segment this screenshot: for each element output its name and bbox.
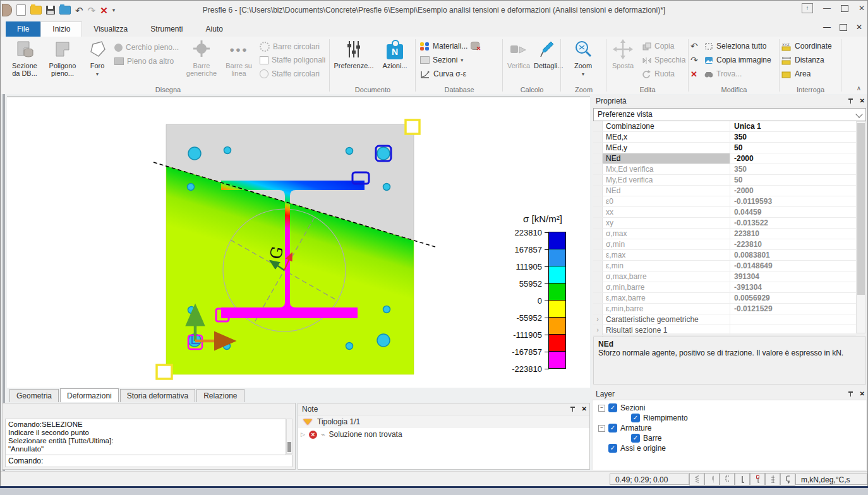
property-value[interactable]: 0.0083801: [730, 250, 856, 260]
close-button[interactable]: ✕: [859, 4, 865, 13]
property-value[interactable]: 391304: [730, 271, 856, 282]
mdi-minimize-button[interactable]: —: [823, 23, 831, 32]
property-row[interactable]: › Caratteristiche geometriche: [593, 314, 856, 325]
import-folder-icon[interactable]: [59, 6, 71, 15]
rebar[interactable]: [346, 148, 353, 155]
grid-toggle[interactable]: [765, 473, 780, 486]
open-folder-icon[interactable]: [30, 6, 42, 15]
azioni-button[interactable]: N Azioni...: [378, 39, 411, 69]
property-row[interactable]: σ,min -223810: [593, 239, 856, 250]
snap-toggle[interactable]: [750, 473, 765, 486]
property-row[interactable]: NEd -2000: [593, 186, 856, 196]
rebar[interactable]: [377, 334, 390, 347]
row-expander[interactable]: [593, 293, 603, 303]
database-remove-icon[interactable]: ✕: [471, 42, 479, 51]
undo-icon[interactable]: ↶: [75, 6, 83, 15]
pieno-da-altro-button[interactable]: Pieno da altro: [114, 57, 174, 66]
grip-top-right[interactable]: [406, 120, 419, 134]
ortho-toggle[interactable]: [735, 473, 750, 486]
property-row[interactable]: σ,max,barre 391304: [593, 271, 856, 282]
rebar[interactable]: [346, 343, 353, 350]
property-value[interactable]: 50: [730, 143, 856, 153]
row-expander[interactable]: [593, 218, 603, 228]
tree-expander[interactable]: −: [598, 425, 605, 432]
property-value[interactable]: -391304: [730, 282, 856, 292]
document-tab[interactable]: Deformazioni: [60, 388, 119, 402]
layer-item[interactable]: − ✓ Sezioni: [593, 403, 866, 413]
document-tab[interactable]: Relazione: [196, 389, 244, 402]
modifica-delete-button[interactable]: ✕: [690, 69, 697, 79]
row-expander[interactable]: [593, 132, 603, 142]
restore-button[interactable]: [841, 5, 848, 12]
property-row[interactable]: ε,min -0.0148649: [593, 261, 856, 271]
property-row[interactable]: MEd,y 50: [593, 143, 856, 153]
copia-immagine-button[interactable]: Copia immagine: [704, 56, 771, 64]
row-expander[interactable]: [593, 164, 603, 174]
property-value[interactable]: -223810: [730, 239, 856, 249]
specchia-button[interactable]: Specchia: [642, 56, 685, 64]
property-value[interactable]: 0.04459: [730, 207, 856, 217]
menu-tab[interactable]: File: [6, 21, 40, 37]
close-icon[interactable]: ✕: [860, 388, 865, 400]
property-row[interactable]: ε,min,barre -0.0121529: [593, 304, 856, 314]
row-expander[interactable]: [593, 196, 603, 206]
drawing-canvas[interactable]: G σ [kN/m²] 223810167857111905559520-559…: [7, 97, 590, 388]
property-value[interactable]: 350: [730, 164, 856, 174]
barre-su-linea-button[interactable]: ●●● Barre su linea: [223, 39, 255, 77]
menu-tab[interactable]: Inizio: [40, 21, 82, 37]
layer-item[interactable]: ✓ Assi e origine: [593, 443, 866, 453]
rebar[interactable]: [383, 306, 390, 313]
row-expander[interactable]: [593, 261, 603, 271]
mdi-restore-button[interactable]: [840, 24, 847, 31]
row-expander[interactable]: [593, 186, 603, 196]
cerchio-pieno-button[interactable]: Cerchio pieno...: [114, 43, 179, 52]
selection-mode-toggle[interactable]: [720, 473, 735, 486]
rebar[interactable]: [224, 343, 231, 350]
property-value[interactable]: 50: [730, 175, 856, 185]
property-value[interactable]: 223810: [730, 229, 856, 239]
pin-icon[interactable]: [848, 98, 853, 104]
property-value[interactable]: Unica 1: [730, 121, 856, 131]
layer-checkbox[interactable]: ✓: [631, 414, 640, 422]
close-icon[interactable]: ✕: [582, 403, 587, 415]
property-value[interactable]: -0.013522: [730, 218, 856, 228]
row-expander[interactable]: [593, 153, 603, 164]
property-row[interactable]: σ,min,barre -391304: [593, 282, 856, 293]
console-history[interactable]: Comando:SELEZIONEIndicare il secondo pun…: [5, 419, 286, 456]
row-expander[interactable]: [593, 121, 603, 131]
row-expander[interactable]: [593, 271, 603, 282]
property-row[interactable]: σ,max 223810: [593, 229, 856, 239]
row-expander[interactable]: [593, 175, 603, 185]
tree-expander[interactable]: −: [598, 405, 605, 412]
rebar[interactable]: [224, 147, 231, 154]
layer-checkbox[interactable]: ✓: [631, 434, 640, 443]
menu-tab[interactable]: Visualizza: [82, 21, 139, 37]
ruota-button[interactable]: Ruota: [642, 69, 675, 78]
new-file-icon[interactable]: [16, 4, 26, 16]
modifica-undo-button[interactable]: ↶: [690, 42, 698, 51]
verifica-button[interactable]: Verifica: [505, 39, 533, 69]
rebar-selected[interactable]: [377, 147, 390, 160]
barre-generiche-button[interactable]: Barre generiche: [184, 39, 219, 77]
foro-button[interactable]: Foro▾: [84, 39, 111, 78]
property-value[interactable]: [730, 314, 856, 325]
row-expander[interactable]: [593, 207, 603, 217]
poligono-pieno-button[interactable]: Poligono pieno...: [45, 39, 80, 77]
light-toggle[interactable]: [704, 473, 720, 486]
property-row[interactable]: My,Ed verifica 50: [593, 175, 856, 186]
save-icon[interactable]: [46, 6, 55, 15]
app-logo-icon[interactable]: [2, 4, 12, 16]
ribbon-pin-icon[interactable]: ↑: [802, 3, 813, 13]
document-tab[interactable]: Storia deformativa: [120, 389, 195, 402]
property-row[interactable]: NEd -2000: [593, 153, 856, 164]
layer-checkbox[interactable]: ✓: [608, 424, 617, 432]
properties-scrollbar[interactable]: [856, 121, 866, 333]
row-expander[interactable]: [593, 143, 603, 153]
property-row[interactable]: Combinazione Unica 1: [593, 121, 856, 132]
preferenze-button[interactable]: Preferenze...: [333, 39, 375, 69]
row-expander[interactable]: [593, 282, 603, 292]
property-value[interactable]: -2000: [730, 153, 856, 164]
menu-tab[interactable]: Strumenti: [139, 21, 194, 37]
property-value[interactable]: -2000: [730, 186, 856, 196]
menu-tab[interactable]: Aiuto: [195, 21, 234, 37]
